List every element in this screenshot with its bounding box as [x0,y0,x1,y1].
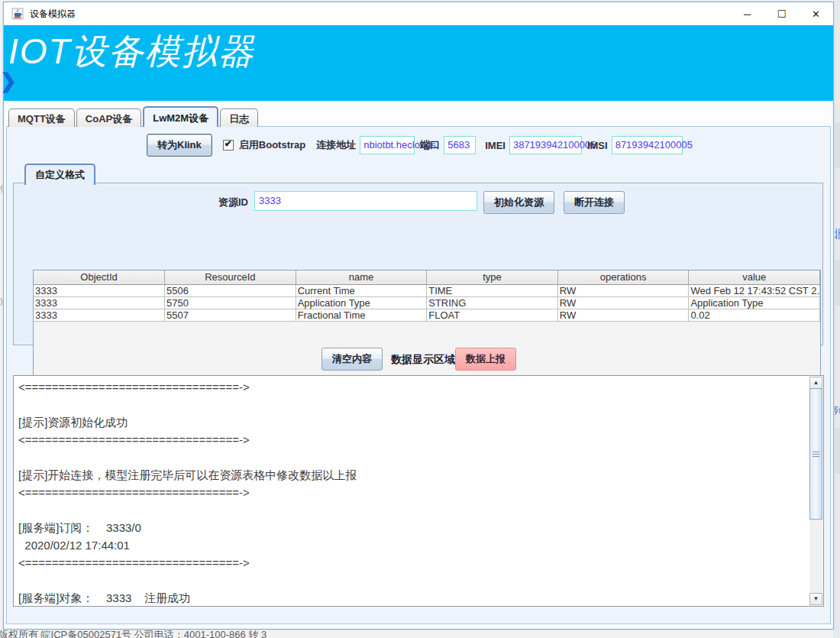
table-cell[interactable]: RW [557,284,689,296]
table-cell[interactable]: 5506 [165,284,296,296]
table-cell[interactable]: Application Type [689,296,820,309]
tab-lwm2m[interactable]: LwM2M设备 [143,106,218,127]
imei-label: IMEI [485,140,506,151]
column-header[interactable]: value [689,270,820,284]
tab-custom-format[interactable]: 自定义格式 [24,164,95,185]
table-cell[interactable]: RW [557,309,689,321]
imsi-input[interactable]: 87193942100005 [612,136,683,154]
table-row[interactable]: 33335506Current TimeTIMERWWed Feb 12 17:… [34,284,820,296]
log-output-area[interactable]: <================================-> [提示]… [13,375,824,607]
clear-content-button[interactable]: 清空内容 [321,348,383,371]
java-icon [11,8,24,20]
maximize-button[interactable]: ☐ [764,2,799,25]
scroll-up-icon[interactable]: ▲ [809,377,822,389]
address-label: 连接地址 [316,138,356,152]
main-area: MQTT设备 CoAP设备 LwM2M设备 日志 转为Klink ✔ 启用Boo… [5,101,832,627]
tab-mqtt[interactable]: MQTT设备 [8,108,75,127]
custom-format-panel: 资源ID 3333 初始化资源 断开连接 ObjectIdResourceIdn… [13,183,823,345]
table-cell[interactable]: FLOAT [427,309,558,321]
background-band [833,260,840,306]
init-resource-button[interactable]: 初始化资源 [483,191,554,214]
table-cell[interactable]: Application Type [296,296,427,309]
app-banner: IOT设备模拟器 ❯ [4,25,833,101]
background-page-strip [833,0,840,638]
table-cell[interactable]: RW [557,296,689,309]
close-button[interactable]: ✕ [799,2,833,25]
log-text: <================================-> [提示]… [18,378,806,606]
table-cell[interactable]: 3333 [34,284,165,296]
chevron-right-icon: ❯ [0,70,17,93]
title-bar: 设备模拟器 ─ ☐ ✕ [4,2,833,25]
port-input[interactable]: 5683 [444,136,476,154]
bootstrap-label: 启用Bootstrap [239,138,305,152]
table-cell[interactable]: Fractional Time [296,309,427,321]
column-header[interactable]: type [427,270,558,284]
action-row: 清空内容 数据显示区域 数据上报 [7,348,830,371]
scroll-down-icon[interactable]: ▼ [809,593,822,605]
column-header[interactable]: operations [557,270,689,284]
scrollbar-thumb[interactable] [809,388,822,520]
log-scrollbar[interactable]: ▲ ▼ [809,377,822,605]
column-header[interactable]: name [296,270,427,284]
lwm2m-tab-content: 转为Klink ✔ 启用Bootstrap 连接地址 nbiotbt.heclo… [6,126,831,624]
window-title: 设备模拟器 [30,8,76,21]
table-cell[interactable]: 5750 [165,296,296,309]
background-band [833,122,840,168]
tab-log[interactable]: 日志 [220,108,258,127]
port-label: 端口 [420,138,440,152]
resource-id-input[interactable]: 3333 [254,191,477,211]
resource-id-label: 资源ID [218,196,248,209]
disconnect-button[interactable]: 断开连接 [564,191,625,214]
table-cell[interactable]: 3333 [34,296,165,309]
app-window: 设备模拟器 ─ ☐ ✕ IOT设备模拟器 ❯ MQTT设备 CoAP设备 LwM… [3,2,834,630]
protocol-tab-bar: MQTT设备 CoAP设备 LwM2M设备 日志 [8,106,260,127]
checkmark-icon: ✔ [225,138,232,149]
table-cell[interactable]: Current Time [296,284,427,296]
tab-coap[interactable]: CoAP设备 [76,108,141,127]
table-cell[interactable]: Wed Feb 12 17:43:52 CST 2... [689,284,820,296]
resource-table-header: ObjectIdResourceIdnametypeoperationsvalu… [34,270,820,284]
imei-input[interactable]: 387193942100005 [509,136,582,154]
table-cell[interactable]: 0.02 [689,309,820,321]
column-header[interactable]: ResourceId [165,270,296,284]
background-band [833,428,840,474]
address-input[interactable]: nbiotbt.heclouds. [360,136,415,154]
connection-toolbar: 转为Klink ✔ 启用Bootstrap 连接地址 nbiotbt.heclo… [147,134,683,156]
table-row[interactable]: 33335750Application TypeSTRINGRWApplicat… [34,296,820,309]
imsi-label: IMSI [587,140,608,151]
resource-row: 资源ID 3333 初始化资源 断开连接 [14,191,822,212]
bootstrap-checkbox[interactable]: ✔ [223,140,234,151]
banner-title: IOT设备模拟器 [8,28,255,76]
table-row[interactable]: 33335507Fractional TimeFLOATRW0.02 [34,309,820,321]
table-cell[interactable]: TIME [427,284,558,296]
table-cell[interactable]: STRING [427,296,558,309]
to-klink-button[interactable]: 转为Klink [147,134,212,157]
data-display-area-label: 数据显示区域 [391,353,455,367]
table-cell[interactable]: 5507 [165,309,296,321]
data-report-button[interactable]: 数据上报 [455,348,516,371]
table-cell[interactable]: 3333 [34,309,165,321]
scrollbar-grip-icon [813,454,819,455]
column-header[interactable]: ObjectId [34,270,165,284]
window-controls: ─ ☐ ✕ [730,2,833,25]
minimize-button[interactable]: ─ [730,2,764,25]
